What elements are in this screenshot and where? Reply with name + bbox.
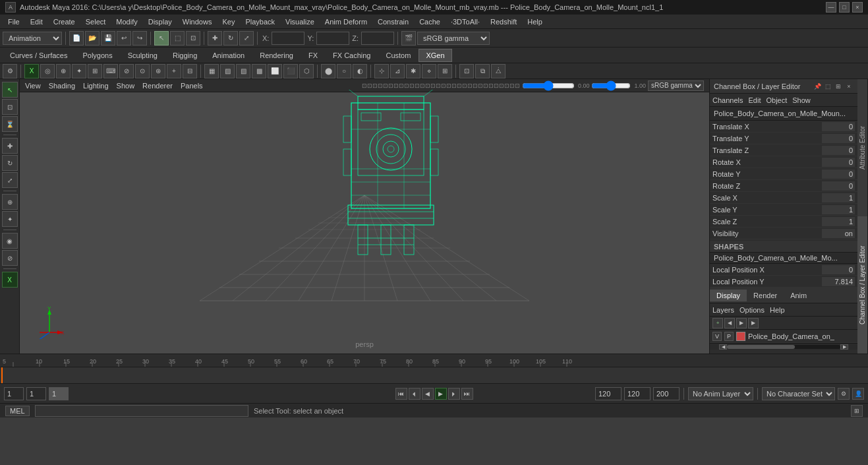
rotate-x-row[interactable]: Rotate X 0 xyxy=(710,156,857,168)
step-back-btn[interactable]: ⏴ xyxy=(409,388,420,400)
rotate-z-value[interactable]: 0 xyxy=(822,181,855,191)
rp-nav-right2[interactable]: ▶ xyxy=(748,318,759,328)
xgen-icon-left[interactable]: X xyxy=(2,272,18,288)
rotate-tool-btn[interactable]: ↻ xyxy=(223,31,238,46)
maximize-button[interactable]: □ xyxy=(839,2,850,13)
no-char-set-select[interactable]: No Character Set xyxy=(762,387,835,400)
vp-menu-show[interactable]: Show xyxy=(117,82,135,90)
status-extra-btn[interactable]: ⊞ xyxy=(851,405,863,417)
scale-z-row[interactable]: Scale Z 1 xyxy=(710,216,857,228)
cb-float-icon[interactable]: ⊞ xyxy=(834,82,843,91)
rotate-x-value[interactable]: 0 xyxy=(822,158,855,167)
sculpt-left[interactable]: ◉ xyxy=(2,233,18,249)
rp-sub-help[interactable]: Help xyxy=(770,306,785,314)
icon-i[interactable]: ○ xyxy=(337,64,351,78)
menu-playback[interactable]: Playback xyxy=(240,16,280,27)
anim-end-input[interactable] xyxy=(624,387,651,400)
rotate-z-row[interactable]: Rotate Z 0 xyxy=(710,180,857,192)
show-manip-left[interactable]: ✦ xyxy=(2,211,18,227)
scale-tool-btn[interactable]: ⤢ xyxy=(239,31,254,46)
paint-select-btn[interactable]: ⊡ xyxy=(186,31,200,46)
menu-modify[interactable]: Modify xyxy=(111,16,142,27)
rp-nav-add[interactable]: + xyxy=(712,318,723,328)
icon-snap5[interactable]: ⊞ xyxy=(438,64,452,78)
translate-x-row[interactable]: Translate X 0 xyxy=(710,121,857,133)
icon-view7[interactable]: ⊙ xyxy=(135,64,150,78)
cb-menu-show[interactable]: Show xyxy=(792,96,811,104)
timeline-playhead[interactable] xyxy=(1,367,3,383)
rp-scroll-right-btn[interactable]: ▶ xyxy=(840,344,848,350)
rp-scroll-left-btn[interactable]: ◀ xyxy=(719,344,727,350)
select-tool-btn[interactable]: ↖ xyxy=(154,31,169,46)
icon-view5[interactable]: ⌨ xyxy=(103,64,118,78)
menu-cache[interactable]: Cache xyxy=(414,16,446,27)
rp-sub-layers[interactable]: Layers xyxy=(712,306,734,314)
render-btn[interactable]: 🎬 xyxy=(401,31,416,46)
move-tool-left[interactable]: ✚ xyxy=(2,138,18,154)
icon-view10[interactable]: ⊟ xyxy=(183,64,197,78)
local-pos-y-row[interactable]: Local Position Y 7.814 xyxy=(710,276,857,288)
tab-rigging[interactable]: Rigging xyxy=(165,49,204,62)
rp-scroll-thumb[interactable] xyxy=(727,345,795,349)
icon-settings[interactable]: ⚙ xyxy=(3,64,17,78)
vp-menu-shading[interactable]: Shading xyxy=(49,82,75,90)
icon-view4[interactable]: ⊞ xyxy=(88,64,102,78)
rp-tab-display[interactable]: Display xyxy=(710,290,747,301)
scale-x-row[interactable]: Scale X 1 xyxy=(710,192,857,204)
icon-snap3[interactable]: ✱ xyxy=(406,64,420,78)
colorspace-vp-select[interactable]: sRGB gamma xyxy=(648,80,704,91)
anim-end2-input[interactable] xyxy=(653,387,680,400)
undo-btn[interactable]: ↩ xyxy=(117,31,131,46)
local-pos-y-value[interactable]: 7.814 xyxy=(822,277,855,286)
new-file-btn[interactable]: 📄 xyxy=(69,31,84,46)
attribute-editor-side-tab[interactable]: Attribute Editor xyxy=(857,79,868,216)
vp-menu-renderer[interactable]: Renderer xyxy=(142,82,173,90)
icon-view6[interactable]: ⊘ xyxy=(119,64,134,78)
cb-menu-edit[interactable]: Edit xyxy=(748,96,761,104)
scale-tool-left[interactable]: ⤢ xyxy=(2,172,18,188)
menu-anim-deform[interactable]: Anim Deform xyxy=(320,16,372,27)
scale-y-value[interactable]: 1 xyxy=(822,205,855,214)
icon-anim2[interactable]: ⧉ xyxy=(475,64,490,78)
icon-c[interactable]: ▧ xyxy=(236,64,250,78)
icon-view8[interactable]: ⊛ xyxy=(151,64,165,78)
menu-edit[interactable]: Edit xyxy=(25,16,48,27)
cb-menu-channels[interactable]: Channels xyxy=(712,96,743,104)
redo-btn[interactable]: ↪ xyxy=(132,31,147,46)
local-pos-x-row[interactable]: Local Position X 0 xyxy=(710,264,857,276)
timeline-ruler[interactable]: 5 10 15 20 25 30 35 40 45 50 55 60 65 xyxy=(0,354,868,367)
rp-tab-anim[interactable]: Anim xyxy=(784,290,813,301)
menu-select[interactable]: Select xyxy=(80,16,111,27)
paint-select-left[interactable]: ⊡ xyxy=(2,99,18,115)
exposure-slider[interactable] xyxy=(522,82,575,90)
layer-playback-toggle[interactable]: P xyxy=(724,332,734,341)
icon-f[interactable]: ⬛ xyxy=(283,64,298,78)
scale-x-value[interactable]: 1 xyxy=(822,193,855,202)
icon-d[interactable]: ▩ xyxy=(252,64,266,78)
frame-current-display[interactable] xyxy=(26,387,46,400)
select-tool-left[interactable]: ↖ xyxy=(2,82,18,98)
cb-expand-icon[interactable]: ⬚ xyxy=(823,82,832,91)
vp-menu-view[interactable]: View xyxy=(25,82,41,90)
channel-box-side-tab[interactable]: Channel Box / Layer Editor xyxy=(857,216,868,354)
icon-xgen[interactable]: X xyxy=(24,64,39,78)
tab-rendering[interactable]: Rendering xyxy=(252,49,301,62)
icon-view2[interactable]: ⊕ xyxy=(56,64,71,78)
timeline-bar[interactable] xyxy=(0,367,868,383)
save-file-btn[interactable]: 💾 xyxy=(101,31,115,46)
rotate-y-row[interactable]: Rotate Y 0 xyxy=(710,168,857,180)
viewport[interactable]: View Shading Lighting Show Renderer Pane… xyxy=(20,79,709,354)
menu-constrain[interactable]: Constrain xyxy=(372,16,414,27)
cb-menu-object[interactable]: Object xyxy=(766,96,787,104)
viewport-canvas[interactable]: persp X Y Z xyxy=(20,92,709,354)
step-forward-btn[interactable]: ⏵ xyxy=(448,388,460,400)
menu-file[interactable]: File xyxy=(3,16,25,27)
gamma-slider[interactable] xyxy=(591,82,631,90)
menu-key[interactable]: Key xyxy=(217,16,240,27)
translate-x-value[interactable]: 0 xyxy=(822,122,855,131)
visibility-value[interactable]: on xyxy=(822,229,855,238)
scale-z-value[interactable]: 1 xyxy=(822,217,855,226)
z-input[interactable] xyxy=(361,32,394,45)
icon-b[interactable]: ▨ xyxy=(220,64,235,78)
open-file-btn[interactable]: 📂 xyxy=(85,31,100,46)
